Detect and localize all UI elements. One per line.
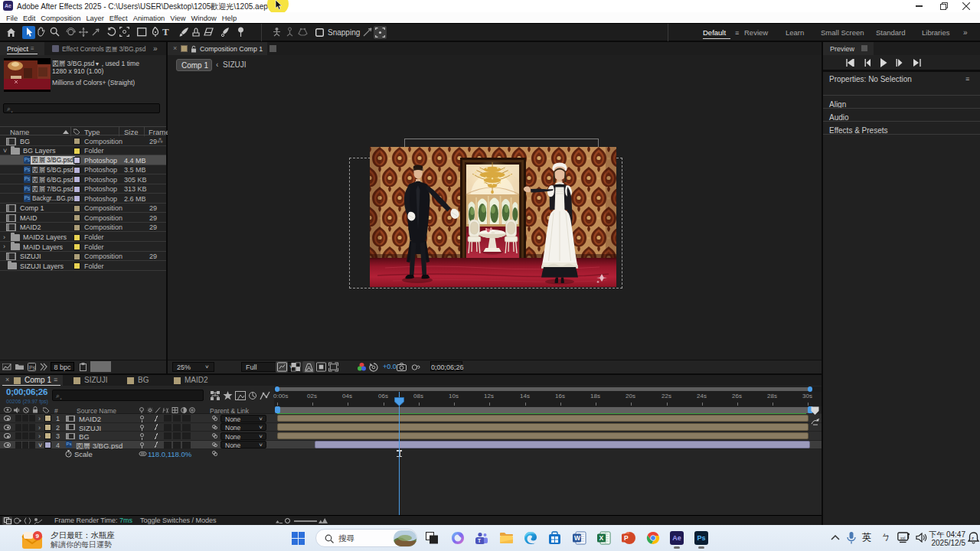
svg-text:X: X — [599, 534, 604, 542]
svg-text:W: W — [574, 534, 581, 542]
svg-text:P: P — [624, 534, 629, 542]
svg-text:T: T — [478, 538, 481, 543]
svg-text:9: 9 — [36, 533, 40, 540]
svg-text:z: z — [972, 536, 974, 540]
svg-text:Ps: Ps — [29, 365, 36, 370]
svg-text:xxI: xxI — [900, 536, 905, 540]
